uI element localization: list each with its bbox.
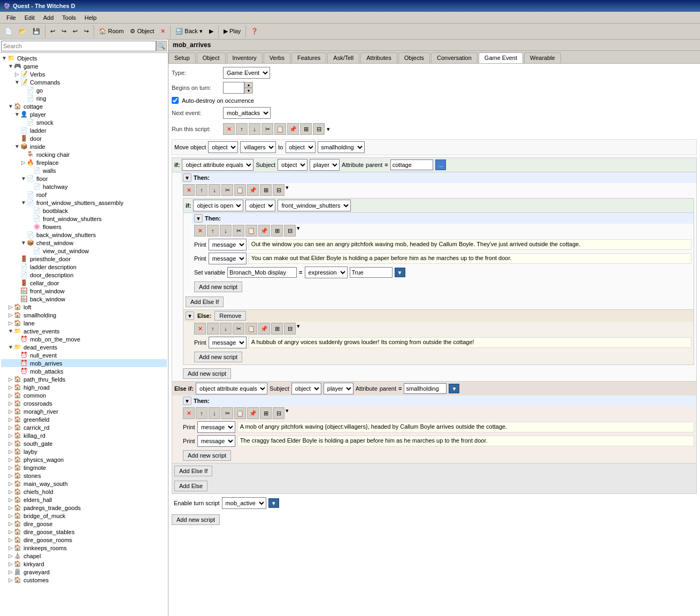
then-del-1[interactable]: ✕	[183, 184, 195, 196]
expander-commands[interactable]: ▼	[14, 79, 20, 86]
eit-cut-1[interactable]: ✂	[221, 407, 233, 419]
spinbox-down[interactable]: ▼	[244, 88, 253, 94]
script-down-btn[interactable]: ↓	[249, 123, 260, 135]
tree-item-fireplace[interactable]: ▷ 🔥 fireplace	[1, 158, 167, 166]
tree-item-cottage[interactable]: ▼ 🏠 cottage	[1, 102, 167, 110]
script-copy-btn[interactable]: 📋	[274, 123, 286, 135]
else-del-1[interactable]: ✕	[194, 323, 206, 334]
else-cut-1[interactable]: ✂	[233, 323, 244, 334]
tree-item-tingmote[interactable]: ▷ 🏠 tingmote	[1, 463, 167, 471]
then-paste-1[interactable]: 📌	[247, 184, 259, 196]
tree-item-graveyard[interactable]: ▷ 🪦 graveyard	[1, 568, 167, 576]
else-remove-btn-1[interactable]: Remove	[214, 311, 246, 321]
tree-item-loft[interactable]: ▷ 🏠 loft	[1, 303, 167, 311]
tree-item-smock[interactable]: ▷ 📄 smock	[1, 118, 167, 126]
expander-fwsa[interactable]: ▼	[20, 200, 27, 206]
setvar-value-input[interactable]	[350, 267, 393, 278]
tree-item-dire-goose[interactable]: ▷ 🏠 dire_goose	[1, 520, 167, 528]
then-exp-1[interactable]: ⊞	[260, 184, 272, 196]
eit-dn-1[interactable]: ↓	[209, 407, 220, 419]
tree-item-smallholding[interactable]: ▷ 🏠 smallholding	[1, 311, 167, 319]
tree-item-roof[interactable]: ▷ 📄 roof	[1, 191, 167, 199]
tree-item-mob-arrives[interactable]: ▷ ⏰ mob_arrives	[1, 359, 167, 367]
else-if-value-1-btn[interactable]: ▼	[449, 384, 459, 393]
print-type-4-select[interactable]: message	[197, 435, 235, 447]
tree-item-elders-hall[interactable]: ▷ 🏠 elders_hall	[1, 496, 167, 504]
menu-file[interactable]: File	[2, 13, 20, 22]
tree-item-ladder-desc[interactable]: ▷ 📄 ladder description	[1, 263, 167, 271]
else-dn-1[interactable]: ↓	[220, 323, 232, 334]
save-button[interactable]: 💾	[30, 26, 43, 36]
tree-item-stones[interactable]: ▷ 🏠 stones	[1, 471, 167, 480]
expander-kirkyard[interactable]: ▷	[7, 561, 14, 567]
tree-item-game[interactable]: ▼ 🎮 game	[1, 62, 167, 70]
tree-item-bws[interactable]: ▷ 📄 back_window_shutters	[1, 231, 167, 239]
expander-innkeeps[interactable]: ▷	[7, 545, 14, 551]
if-fws-select[interactable]: front_window_shutters	[278, 200, 351, 211]
script-cut-btn[interactable]: ✂	[261, 123, 273, 135]
menu-help[interactable]: Help	[80, 13, 101, 22]
then-col-2[interactable]: ⊟	[284, 225, 296, 237]
if-player-1-select[interactable]: player	[310, 159, 340, 171]
auto-destroy-checkbox[interactable]	[172, 97, 179, 104]
tab-attributes[interactable]: Attributes	[360, 52, 397, 63]
setvar-value-btn[interactable]: ▼	[395, 268, 405, 277]
object-button[interactable]: ⚙ Object	[127, 26, 157, 36]
tree-item-front-window[interactable]: ▷ 🪟 front_window	[1, 287, 167, 295]
else-if-player-1-select[interactable]: player	[324, 383, 353, 394]
expander-chapel[interactable]: ▷	[7, 553, 14, 559]
print-type-1-select[interactable]: message	[209, 239, 247, 250]
expander-dead-events[interactable]: ▼	[7, 344, 14, 351]
add-new-script-btn-1[interactable]: Add new script	[194, 282, 242, 292]
collapse-else-1[interactable]: ▼	[186, 311, 194, 320]
expander-lane[interactable]: ▷	[7, 320, 14, 326]
tree-item-active-events[interactable]: ▼ 📁 active_events	[1, 327, 167, 335]
else-print-type-1-select[interactable]: message	[209, 337, 247, 348]
then-col-1[interactable]: ⊟	[273, 184, 284, 196]
tree-item-commands[interactable]: ▼ 📝 Commands	[1, 78, 167, 86]
tree-item-padregs[interactable]: ▷ 🏠 padregs_trade_goods	[1, 504, 167, 512]
begins-on-turn-input[interactable]: 2	[223, 82, 244, 94]
move-obj1-select[interactable]: object	[208, 141, 238, 153]
expander-objects[interactable]: ▼	[1, 55, 7, 62]
tree-item-door[interactable]: ▷ 🚪 door	[1, 134, 167, 142]
tab-setup[interactable]: Setup	[168, 52, 196, 63]
tree-item-dire-goose-rooms[interactable]: ▷ 🏠 dire_goose_rooms	[1, 536, 167, 544]
search-button[interactable]: 🔍	[156, 41, 167, 51]
tab-conversation[interactable]: Conversation	[431, 52, 478, 63]
expander-moragh[interactable]: ▷	[7, 408, 14, 415]
tree-item-kirkyard[interactable]: ▷ 🏠 kirkyard	[1, 560, 167, 568]
else-paste-1[interactable]: 📌	[258, 323, 270, 334]
collapse-else-if-then-1[interactable]: ▼	[183, 397, 191, 405]
new-button[interactable]: 📄	[2, 26, 15, 36]
expander-floor[interactable]: ▼	[20, 176, 27, 182]
if-value-1-input[interactable]	[390, 159, 433, 170]
forward-button[interactable]: ▶	[206, 26, 216, 36]
add-else-if-btn-1[interactable]: Add Else If	[186, 296, 224, 307]
expander-player[interactable]: ▼	[14, 111, 20, 118]
tab-features[interactable]: Features	[291, 52, 326, 63]
tree-item-flowers[interactable]: ▷ 🌸 flowers	[1, 223, 167, 231]
expander-chest-window[interactable]: ▼	[20, 240, 27, 246]
tree-item-south-gate[interactable]: ▷ 🏠 south_gate	[1, 439, 167, 447]
tree-item-priesthole[interactable]: ▷ 🚪 priesthole_door	[1, 255, 167, 263]
tree-item-objects[interactable]: ▼ 📁 Objects	[1, 54, 167, 62]
script-paste-btn[interactable]: 📌	[287, 123, 299, 135]
if-object-1-select[interactable]: object	[278, 159, 307, 171]
expander-graveyard[interactable]: ▷	[7, 569, 14, 575]
tree-item-crossroads[interactable]: ▷ 🏠 crossroads	[1, 399, 167, 407]
script-expand-btn[interactable]: ⊞	[300, 123, 312, 135]
tree-item-killag[interactable]: ▷ 🏠 killag_rd	[1, 431, 167, 439]
tree-item-verbs[interactable]: ▷ 📝 Verbs	[1, 70, 167, 78]
print-type-3-select[interactable]: message	[197, 421, 235, 433]
search-input[interactable]	[1, 41, 156, 51]
print-type-2-select[interactable]: message	[209, 253, 247, 264]
expander-dire-goose-rooms[interactable]: ▷	[7, 537, 14, 543]
expander-crossroads[interactable]: ▷	[7, 400, 14, 407]
tree-item-inside[interactable]: ▼ 📦 inside	[1, 142, 167, 150]
tree-item-carrick[interactable]: ▷ 🏠 carrick_rd	[1, 423, 167, 431]
tree-container[interactable]: ▼ 📁 Objects ▼ 🎮 game ▷ 📝 Verbs ▼ 📝 Comma…	[0, 53, 168, 616]
else-if-object-1-select[interactable]: object	[291, 383, 321, 394]
tree-item-physics-wagon[interactable]: ▷ 🏠 physics_wagon	[1, 455, 167, 463]
back-button[interactable]: 🔙 Back ▾	[173, 26, 205, 36]
